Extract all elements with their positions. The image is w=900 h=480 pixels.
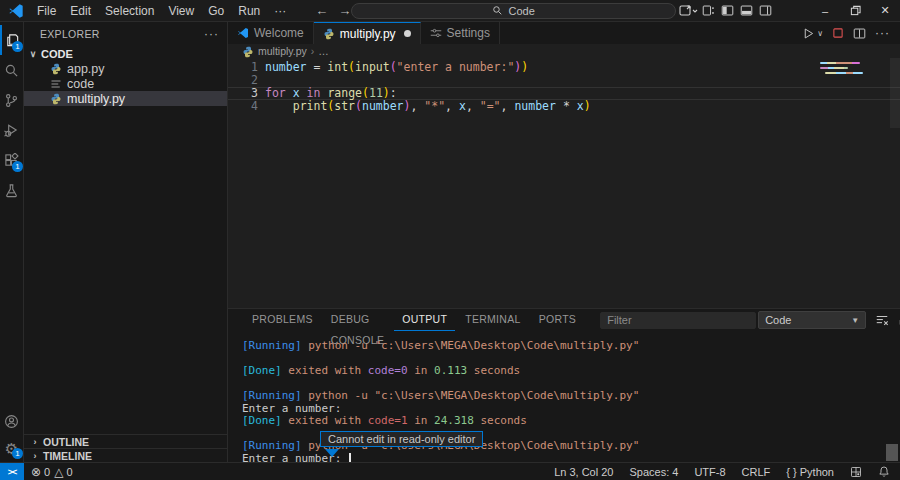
file-item-code[interactable]: code [24,76,227,91]
tab-multiply-py[interactable]: multiply.py [314,22,421,44]
folder-name: CODE [41,48,73,60]
readonly-tooltip: Cannot edit in read-only editor [320,431,483,447]
notifications-bell-icon[interactable] [878,465,890,478]
nav-forward-icon[interactable]: → [338,3,351,18]
status-python[interactable]: { } Python [786,466,834,478]
file-icon [50,78,62,90]
status-spaces-4[interactable]: Spaces: 4 [629,466,678,478]
new-window-dropdown-icon[interactable] [676,1,702,21]
tab-settings[interactable]: Settings [421,22,500,44]
run-python-file-button[interactable]: ∨ [802,27,823,40]
clear-output-icon[interactable] [875,313,889,327]
menu-file[interactable]: File [30,1,63,21]
warnings-status[interactable]: △ 0 [54,466,72,478]
file-list: app.pycodemultiply.py [24,61,227,106]
sidebar-title: EXPLORER [40,28,100,40]
folder-section-code[interactable]: ∨ CODE [24,46,227,61]
file-name: multiply.py [67,92,125,106]
activitybar-testing[interactable] [0,175,23,205]
output-channel-value: Code [765,314,791,326]
status-bar: >< ⊗ 0 △ 0 Ln 3, Col 20Spaces: 4UTF-8CRL… [0,462,900,480]
settings-badge: 1 [12,448,23,459]
output-console[interactable]: [Running] python -u "c:\Users\MEGA\Deskt… [228,331,900,462]
minimap[interactable] [820,62,864,77]
activitybar-settings[interactable]: ⚙ 1 [0,435,23,462]
activitybar-run-debug[interactable] [0,115,23,145]
output-channel-select[interactable]: Code ▼ [758,311,866,329]
output-filter-input[interactable] [600,312,756,329]
explorer-sidebar: EXPLORER ··· ∨ CODE app.pycodemultiply.p… [24,22,228,462]
toggle-panel-icon[interactable] [740,4,753,17]
python-icon [323,28,335,40]
activitybar-explorer[interactable]: 1 [0,25,23,55]
status-utf-8[interactable]: UTF-8 [694,466,725,478]
tab-welcome[interactable]: Welcome [228,22,314,44]
breadcrumb[interactable]: multiply.py › … [228,44,900,58]
code-line-1: 1number = int(input("enter a number:")) [228,61,900,74]
timeline-section[interactable]: › TIMELINE [24,448,227,462]
file-name: code [67,77,94,91]
errors-status[interactable]: ⊗ 0 [31,466,50,478]
panel-tab-terminal[interactable]: TERMINAL [457,309,529,331]
customize-layout-icon[interactable] [702,4,715,17]
editor-more-actions-icon[interactable]: ··· [875,26,890,40]
text-cursor [349,453,351,462]
status-ln-3-col-20[interactable]: Ln 3, Col 20 [554,466,613,478]
menubar: FileEditSelectionViewGoRun··· [30,1,293,21]
panel-tab-debug-console[interactable]: DEBUG CONSOLE [323,309,392,331]
menu-view[interactable]: View [161,1,201,21]
search-icon [4,63,19,78]
close-window-button[interactable]: ✕ [870,0,900,22]
activitybar-account[interactable] [0,408,23,435]
minimize-button[interactable]: – [810,0,840,22]
explorer-more-actions-icon[interactable]: ··· [204,27,219,41]
title-bar: FileEditSelectionViewGoRun··· ← → Code [0,0,900,22]
remote-indicator[interactable]: >< [0,463,24,480]
menu-run[interactable]: Run [231,1,267,21]
command-center[interactable]: Code [351,3,676,19]
activitybar-extensions[interactable]: 1 [0,145,23,175]
panel-tab-ports[interactable]: PORTS [531,309,584,331]
menu-edit[interactable]: Edit [63,1,98,21]
stop-code-run-button[interactable] [832,27,844,39]
menu-item[interactable]: ··· [267,1,293,21]
run-dropdown-chevron-icon[interactable]: ∨ [817,29,823,38]
code-editor[interactable]: 1number = int(input("enter a number:"))2… [228,58,900,308]
breadcrumb-rest[interactable]: … [318,45,329,57]
search-icon [492,5,503,16]
unsaved-dot-icon[interactable] [404,30,411,37]
remote-icon: >< [8,467,17,477]
activitybar-source-control[interactable] [0,85,23,115]
activity-bar: 1 1 [0,22,24,462]
file-item-app-py[interactable]: app.py [24,61,227,76]
panel-tab-problems[interactable]: PROBLEMS [244,309,321,331]
file-item-multiply-py[interactable]: multiply.py [24,91,227,106]
python-icon [50,63,62,75]
python-icon [242,46,254,57]
warning-count: 0 [66,466,72,478]
grid-status-icon[interactable] [850,466,862,478]
panel-tab-output[interactable]: OUTPUT [394,309,455,331]
breadcrumb-file[interactable]: multiply.py [258,45,307,57]
status-crlf[interactable]: CRLF [742,466,771,478]
menu-selection[interactable]: Selection [98,1,161,21]
nav-back-icon[interactable]: ← [315,3,328,18]
split-editor-button[interactable] [853,27,866,40]
panel-header: PROBLEMSDEBUG CONSOLEOUTPUTTERMINALPORTS… [228,309,900,331]
toggle-primary-sidebar-icon[interactable] [721,4,734,17]
toggle-secondary-sidebar-icon[interactable] [759,4,772,17]
output-line-10: Enter a number: [242,453,900,463]
panel-scrollbar[interactable] [886,444,898,461]
error-count: 0 [44,466,50,478]
editor-scrollbar[interactable] [890,58,900,128]
vscode-icon [237,27,249,39]
outline-section[interactable]: › OUTLINE [24,434,227,448]
tab-label: Welcome [254,26,304,40]
activitybar-search[interactable] [0,55,23,85]
git-branch-icon [4,93,19,108]
restore-button[interactable] [840,0,870,22]
tooltip-arrow [325,449,339,457]
code-line-4: 4 print(str(number), "*", x, "=", number… [228,100,900,113]
output-line-1: [Running] python -u "c:\Users\MEGA\Deskt… [242,340,900,353]
menu-go[interactable]: Go [201,1,231,21]
